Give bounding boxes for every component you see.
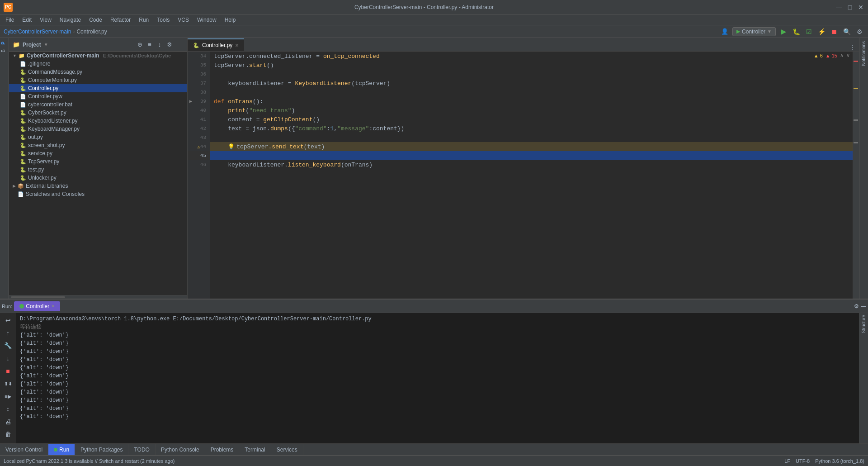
project-tab-icon[interactable]: P	[0, 40, 9, 47]
menu-item-help[interactable]: Help	[221, 16, 240, 24]
code-line-34[interactable]: tcpServer.connected_listener = on_tcp_co…	[210, 52, 811, 61]
coverage-button[interactable]: ☑	[804, 27, 814, 37]
menu-item-code[interactable]: Code	[85, 16, 106, 24]
tab-python-console[interactable]: Python Console	[156, 444, 205, 455]
list-item[interactable]: 🐍service.py	[9, 149, 187, 157]
status-update-message[interactable]: Localized PyCharm 2022.1.3 is available …	[4, 458, 175, 464]
tab-controller-py[interactable]: 🐍 Controller.py ✕	[188, 38, 244, 51]
structure-label[interactable]: Structure	[859, 313, 868, 335]
project-close-icon[interactable]: —	[175, 41, 184, 49]
tab-terminal[interactable]: Terminal	[239, 444, 271, 455]
menu-item-run[interactable]: Run	[135, 16, 152, 24]
panel-settings-icon[interactable]: ⚙	[854, 303, 859, 309]
run-config-selector[interactable]: ▶ Controller ▼	[732, 27, 776, 36]
code-line-38[interactable]	[210, 88, 853, 97]
profile-run-button[interactable]: ⚡	[816, 27, 826, 37]
menu-item-refactor[interactable]: Refactor	[107, 16, 134, 24]
status-encoding[interactable]: UTF-8	[796, 458, 810, 464]
editor-nav-up[interactable]: ∧	[840, 52, 844, 58]
tab-todo[interactable]: TODO	[128, 444, 155, 455]
list-item[interactable]: 🐍CommandMessage.py	[9, 68, 187, 76]
editor-scrollbar[interactable]	[853, 52, 859, 299]
code-line-46[interactable]: keyboardListener.listen_keyboard(onTrans…	[210, 160, 853, 169]
menu-item-vcs[interactable]: VCS	[174, 16, 193, 24]
list-item-controller-py[interactable]: 🐍Controller.py	[9, 84, 187, 92]
minimize-button[interactable]: —	[835, 4, 843, 11]
editor-more-icon[interactable]: ⋮	[849, 44, 855, 51]
list-item[interactable]: 🐍out.py	[9, 133, 187, 141]
project-settings-icon[interactable]: ⚙	[165, 41, 174, 49]
list-item-scratches[interactable]: ▶ 📄 Scratches and Consoles	[9, 190, 187, 198]
code-line-44[interactable]: 💡tcpServer.send_text(text)	[210, 142, 853, 151]
list-item[interactable]: 📄.gitignore	[9, 60, 187, 68]
search-button[interactable]: 🔍	[842, 27, 852, 37]
menu-item-tools[interactable]: Tools	[153, 16, 173, 24]
wrench-button[interactable]: 🔧	[3, 340, 14, 351]
menu-item-window[interactable]: Window	[193, 16, 220, 24]
project-sort-icon[interactable]: ↕	[156, 41, 164, 49]
code-line-37[interactable]: keyboardListener = KeyboardListener(tcpS…	[210, 79, 853, 88]
close-button[interactable]: ✕	[857, 4, 864, 11]
bookmarks-tab-icon[interactable]: B	[0, 48, 9, 54]
code-line-39[interactable]: ▶ def onTrans():	[210, 97, 853, 106]
code-line-36[interactable]	[210, 70, 853, 79]
tab-version-control[interactable]: Version Control	[0, 444, 48, 455]
tab-close-button[interactable]: ✕	[235, 43, 239, 48]
tree-root[interactable]: ▼ 📁 CyberControllerServer-main E:\Docume…	[9, 52, 187, 60]
code-line-40[interactable]: print("need trans")	[210, 106, 853, 115]
list-item[interactable]: 🐍screen_shot.py	[9, 141, 187, 149]
stop-run-button[interactable]: ■	[3, 366, 14, 376]
settings-button[interactable]: ⚙	[854, 27, 864, 37]
list-item[interactable]: 🐍Unlocker.py	[9, 174, 187, 182]
list-item[interactable]: 🐍test.py	[9, 166, 187, 174]
expand-button[interactable]: ↕	[3, 404, 14, 414]
menu-item-file[interactable]: File	[2, 16, 18, 24]
scroll-up-button[interactable]: ↑	[3, 328, 14, 338]
tab-services[interactable]: Services	[271, 444, 303, 455]
project-locate-icon[interactable]: ⊕	[136, 41, 144, 49]
tab-problems[interactable]: Problems	[205, 444, 240, 455]
list-item[interactable]: 🐍CyberSocket.py	[9, 109, 187, 117]
code-line-42[interactable]: text = json.dumps({"command":1,"message"…	[210, 124, 853, 133]
list-item[interactable]: 🐍ComputerMonitor.py	[9, 76, 187, 84]
wrap-button[interactable]: ⬆⬇	[3, 378, 14, 389]
menu-item-view[interactable]: View	[36, 16, 55, 24]
code-line-35[interactable]: tcpServer.start()	[210, 61, 853, 70]
run-tab-close[interactable]: ✕	[51, 304, 55, 309]
clear-button[interactable]: 🗑	[3, 429, 14, 440]
panel-minimize-icon[interactable]: —	[861, 303, 866, 309]
list-item[interactable]: 📄Controller.pyw	[9, 92, 187, 100]
breadcrumb-file[interactable]: Controller.py	[76, 29, 107, 35]
filter-button[interactable]: ≡▶	[3, 391, 14, 402]
run-button[interactable]: ▶	[778, 27, 788, 37]
profile-icon[interactable]: 👤	[720, 27, 730, 37]
run-tab-controller[interactable]: Controller ✕	[14, 301, 60, 311]
scroll-down-button[interactable]: ↓	[3, 353, 14, 364]
rerun-button[interactable]: ↩	[3, 315, 14, 326]
code-content[interactable]: ▲ 6 ▲ 15 ∧ ∨ tcpServer.connected_listene…	[210, 52, 853, 299]
editor-warnings-indicator[interactable]: ▲ 6 ▲ 15 ∧ ∨	[811, 52, 853, 59]
breadcrumb-project[interactable]: CyberControllerServer-main	[4, 29, 71, 35]
tab-run[interactable]: Run	[48, 444, 75, 455]
code-line-43[interactable]	[210, 133, 853, 142]
list-item[interactable]: 🐍TcpServer.py	[9, 157, 187, 166]
stop-button[interactable]: ⏹	[829, 27, 839, 37]
list-item[interactable]: 🐍KeyboardListener.py	[9, 117, 187, 125]
status-python-version[interactable]: Python 3.6 (torch_1.8)	[815, 458, 864, 464]
tab-python-packages[interactable]: Python Packages	[75, 444, 128, 455]
menu-item-edit[interactable]: Edit	[19, 16, 35, 24]
list-item-external-libs[interactable]: ▶ 📦 External Libraries	[9, 182, 187, 190]
console-output[interactable]: D:\Program\Anaconda3\envs\torch_1.8\pyth…	[16, 313, 859, 443]
code-line-45[interactable]	[210, 151, 853, 160]
project-panel-scrollbar[interactable]	[9, 295, 187, 299]
right-sidebar-notifications-icon[interactable]: Notifications	[860, 40, 868, 67]
status-lf[interactable]: LF	[784, 458, 790, 464]
print-button[interactable]: 🖨	[3, 416, 14, 427]
code-line-41[interactable]: content = getClipContent()	[210, 115, 853, 124]
debug-button[interactable]: 🐛	[791, 27, 801, 37]
editor-nav-down[interactable]: ∨	[846, 52, 850, 58]
menu-item-navigate[interactable]: Navigate	[56, 16, 85, 24]
maximize-button[interactable]: □	[846, 4, 854, 11]
project-collapse-icon[interactable]: ≡	[146, 41, 154, 49]
list-item[interactable]: 🐍KeyboardManager.py	[9, 125, 187, 133]
